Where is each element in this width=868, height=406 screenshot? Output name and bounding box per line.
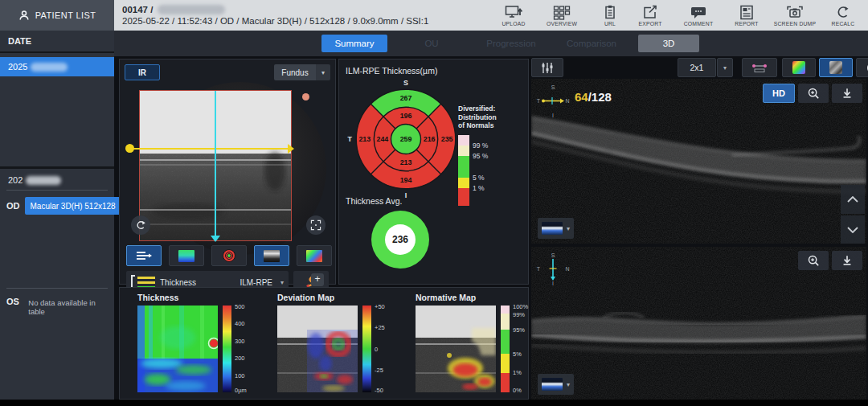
comment-button[interactable]: COMMENT [672,1,725,30]
etdrs-grid-chart: 267 196 213 244 259 216 235 213 194 S I … [346,79,466,199]
deviation-colorbar [362,306,371,392]
orientation-marker-vertical: S I T N [534,250,571,287]
export-label: EXPORT [638,21,661,27]
legend-title-line3: of Normals [458,121,527,130]
chevron-down-icon: ▾ [723,64,727,72]
maps-panel: Thickness [119,287,529,400]
display-settings-button[interactable] [531,58,563,77]
overview-icon [553,5,571,20]
report-icon [738,5,755,20]
frame-up-button[interactable] [841,185,865,214]
download-button-top[interactable] [832,84,862,103]
grayscale-mode-button[interactable] [819,58,853,77]
deviation-map-image [277,306,358,392]
normative-scale-1: 1% [513,369,522,376]
oct-bscan-horizontal-panel[interactable]: S I T N 64/128 HD [531,79,866,244]
tab-comparison[interactable]: Comparison [555,35,628,52]
exam-info: 2025-05-22 / 11:52:43 / OD / Macular 3D(… [122,15,428,27]
chevron-down-icon: ▾ [567,381,570,388]
date-list-item-selected[interactable]: 2025 [0,57,114,76]
thickness-panel-title: ILM-RPE Thickness(µm) [346,66,437,76]
deviation-scale-m25: -25 [375,367,383,374]
frame-down-button[interactable] [841,215,865,244]
case-id: 00147 / [122,4,153,15]
deviation-map-mode-button[interactable] [297,245,332,266]
chevron-down-icon [847,227,858,233]
svg-text:267: 267 [400,94,412,102]
svg-text:244: 244 [377,135,389,143]
layout-dropdown[interactable]: 2x1 [678,58,716,77]
frame-current: 64 [575,90,588,104]
vertical-scan-line[interactable] [215,91,216,237]
chevron-down-icon: ▾ [316,64,330,80]
bscan-thumbnail-icon [542,222,563,235]
frame-scroller [841,185,865,244]
url-button[interactable]: URL [592,1,628,30]
normals-legend: Diversified: Distribution of Normals 99 … [458,105,527,207]
overlay-label: Thickness [160,278,235,287]
tab-progression[interactable]: Progression [474,35,548,52]
layout-dropdown-arrow[interactable]: ▾ [717,58,733,77]
thickness-scale-100: 100 [235,372,245,379]
svg-text:I: I [552,113,554,118]
overview-label: OVERVIEW [547,21,577,27]
hd-button[interactable]: HD [763,84,795,103]
horizontal-scan-line[interactable] [133,148,291,150]
oct-bscan-vertical-panel[interactable]: S I T N ▾ [531,247,866,400]
normative-scale-0: 0% [513,387,522,394]
screen-dump-button[interactable]: SCREEN DUMP [768,1,821,30]
fundus-source-dropdown[interactable]: Fundus ▾ [274,64,330,80]
upload-icon [505,5,522,20]
ir-mode-button[interactable]: IR [125,64,160,80]
svg-text:194: 194 [400,176,412,184]
download-button-bottom[interactable] [832,251,862,270]
export-button[interactable]: EXPORT [632,1,669,30]
tab-ou[interactable]: OU [405,35,458,52]
od-scan-button[interactable]: Macular 3D(H) 512x128 [25,197,121,215]
comment-icon [690,5,707,20]
tab-summary[interactable]: Summary [321,35,387,52]
sliders-icon [540,62,555,74]
contrast-button[interactable] [856,58,868,77]
normative-map-title: Normative Map [416,293,544,302]
thickness-map-title: Thickness [137,293,266,302]
scan-type-dropdown-bottom[interactable]: ▾ [538,374,574,395]
fit-view-button[interactable] [306,215,326,235]
deviation-scale-p25: +25 [375,324,385,331]
fit-view-icon [310,219,321,231]
overlay-mode-buttons [126,245,332,266]
orientation-marker-horizontal: S I T N [534,82,571,119]
add-overlay-button[interactable]: + [311,273,324,286]
scan-lines-mode-button[interactable] [126,245,162,266]
color-mode-button[interactable] [782,58,816,77]
report-label: REPORT [735,21,758,27]
scan-lines-icon [135,250,153,261]
recalc-icon [834,5,852,20]
os-label: OS [6,297,22,306]
zoom-button-bottom[interactable] [798,251,829,270]
overview-button[interactable]: OVERVIEW [535,1,588,30]
svg-text:S: S [551,252,555,258]
svg-text:T: T [348,135,353,143]
thickness-map-mode-button[interactable] [169,245,204,266]
scan-type-dropdown-top[interactable]: ▾ [538,218,574,239]
upload-button[interactable]: UPLOAD [495,1,532,30]
report-button[interactable]: REPORT [728,1,765,30]
svg-text:S: S [403,79,408,87]
caliper-button[interactable] [742,58,777,77]
patient-list-button[interactable]: PATIENT LIST [0,0,114,31]
sidebar: DATE 2025 202 OD Macular 3D(H) 512x128 O… [0,31,114,400]
thickness-map-group: Thickness [137,293,266,394]
bscan-mode-button[interactable] [254,245,289,266]
rotate-button[interactable] [131,215,150,235]
etdrs-grid-mode-button[interactable] [211,245,247,266]
thickness-map-icon [178,250,194,262]
fundus-source-value: Fundus [274,64,316,80]
frame-total: /128 [588,90,612,104]
recalc-button[interactable]: RECALC [825,1,862,30]
legend-label-99: 99 % [473,141,488,150]
bottom-strip [0,400,868,406]
bscan-icon [264,250,280,262]
tab-3d[interactable]: 3D [638,35,699,52]
zoom-button-top[interactable] [798,84,829,103]
